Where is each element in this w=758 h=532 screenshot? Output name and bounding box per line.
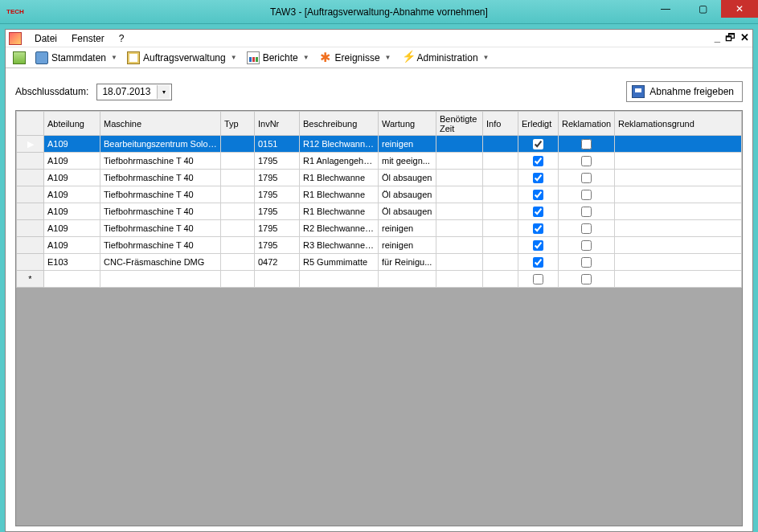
cell-reklamationsgrund[interactable] (615, 203, 742, 220)
cell-beschreibung[interactable]: R12 Blechwanne... (300, 136, 379, 153)
toolbar-ereignisse[interactable]: Ereignisse ▼ (315, 49, 395, 67)
cell-reklamation[interactable] (559, 170, 615, 186)
cell-invnr[interactable]: 1795 (255, 203, 300, 220)
cell-benoetigte-zeit[interactable] (436, 220, 483, 237)
cell-wartung[interactable]: reinigen (379, 237, 436, 254)
cell-abteilung[interactable]: A109 (44, 237, 100, 254)
menu-window[interactable]: Fenster (65, 31, 111, 46)
toolbar-stammdaten[interactable]: Stammdaten ▼ (31, 49, 121, 67)
cell-typ[interactable] (221, 136, 255, 153)
cell-typ[interactable] (221, 170, 255, 186)
col-benoetigte-zeit[interactable]: Benötigte Zeit (436, 112, 483, 136)
cell-info[interactable] (483, 170, 518, 186)
cell-maschine[interactable]: Bearbeitungszentrum Solon 4 (100, 136, 221, 153)
cell-benoetigte-zeit[interactable] (436, 203, 483, 220)
cell-benoetigte-zeit[interactable] (436, 153, 483, 170)
cell-benoetigte-zeit[interactable] (436, 254, 483, 271)
col-erledigt[interactable]: Erledigt (518, 112, 559, 136)
erledigt-checkbox[interactable] (533, 173, 543, 183)
cell-abteilung[interactable]: A109 (44, 153, 100, 170)
reklamation-checkbox[interactable] (581, 139, 592, 149)
erledigt-checkbox[interactable] (533, 240, 543, 251)
cell-info[interactable] (483, 203, 518, 220)
erledigt-checkbox[interactable] (533, 139, 543, 149)
cell-wartung[interactable]: reinigen (379, 220, 436, 237)
table-row[interactable]: E103CNC-Fräsmaschine DMG0472R5 Gummimatt… (17, 254, 742, 271)
cell-maschine[interactable]: Tiefbohrmaschine T 40 (100, 203, 221, 220)
cell-beschreibung[interactable]: R1 Blechwanne (300, 170, 379, 186)
cell-invnr[interactable]: 1795 (255, 220, 300, 237)
col-invnr[interactable]: InvNr (255, 112, 300, 136)
cell-typ[interactable] (221, 153, 255, 170)
cell-abteilung[interactable]: E103 (44, 254, 100, 271)
erledigt-checkbox[interactable] (533, 190, 543, 200)
cell-benoetigte-zeit[interactable] (436, 237, 483, 254)
cell-beschreibung[interactable]: R5 Gummimatte (300, 254, 379, 271)
reklamation-checkbox[interactable] (581, 207, 592, 217)
cell-maschine[interactable]: Tiefbohrmaschine T 40 (100, 186, 221, 203)
cell-beschreibung[interactable]: R1 Anlagengehä... (300, 153, 379, 170)
data-grid[interactable]: Abteilung Maschine Typ InvNr Beschreibun… (15, 110, 743, 526)
cell-typ[interactable] (221, 220, 255, 237)
col-reklamation[interactable]: Reklamation (559, 112, 615, 136)
cell-invnr[interactable]: 1795 (255, 186, 300, 203)
cell-info[interactable] (483, 237, 518, 254)
cell-invnr[interactable]: 1795 (255, 237, 300, 254)
reklamation-checkbox[interactable] (581, 223, 592, 234)
cell-typ[interactable] (221, 237, 255, 254)
toolbar-auftragsverwaltung[interactable]: Auftragsverwaltung ▼ (123, 49, 241, 67)
cell-reklamation[interactable] (559, 153, 615, 170)
col-typ[interactable]: Typ (221, 112, 255, 136)
erledigt-checkbox[interactable] (533, 223, 543, 234)
cell-maschine[interactable]: Tiefbohrmaschine T 40 (100, 237, 221, 254)
reklamation-checkbox[interactable] (581, 173, 592, 183)
erledigt-checkbox[interactable] (533, 274, 543, 284)
cell-reklamation[interactable] (559, 254, 615, 271)
cell-reklamationsgrund[interactable] (615, 254, 742, 271)
cell-erledigt[interactable] (518, 237, 559, 254)
cell-benoetigte-zeit[interactable] (436, 136, 483, 153)
cell-reklamationsgrund[interactable] (615, 136, 742, 153)
cell-reklamationsgrund[interactable] (615, 186, 742, 203)
cell-invnr[interactable]: 0151 (255, 136, 300, 153)
cell-reklamation[interactable] (559, 136, 615, 153)
cell-beschreibung[interactable]: R3 Blechwanne ... (300, 237, 379, 254)
cell-wartung[interactable]: Öl absaugen (379, 186, 436, 203)
cell-invnr[interactable]: 1795 (255, 170, 300, 186)
cell-maschine[interactable]: Tiefbohrmaschine T 40 (100, 170, 221, 186)
toolbar-buildings-button[interactable] (9, 49, 30, 67)
close-button[interactable]: ✕ (721, 0, 758, 18)
reklamation-checkbox[interactable] (581, 156, 592, 166)
col-wartung[interactable]: Wartung (379, 112, 436, 136)
erledigt-checkbox[interactable] (533, 156, 543, 166)
table-row[interactable]: A109Tiefbohrmaschine T 401795R2 Blechwan… (17, 220, 742, 237)
cell-reklamation[interactable] (559, 186, 615, 203)
abnahme-freigeben-button[interactable]: Abnahme freigeben (626, 81, 743, 102)
cell-erledigt[interactable] (518, 136, 559, 153)
erledigt-checkbox[interactable] (533, 257, 543, 268)
cell-wartung[interactable]: Öl absaugen (379, 203, 436, 220)
cell-erledigt[interactable] (518, 153, 559, 170)
cell-info[interactable] (483, 136, 518, 153)
erledigt-checkbox[interactable] (533, 207, 543, 217)
cell-invnr[interactable]: 1795 (255, 153, 300, 170)
maximize-button[interactable]: ▢ (684, 0, 721, 18)
table-row[interactable]: A109Tiefbohrmaschine T 401795R3 Blechwan… (17, 237, 742, 254)
cell-wartung[interactable]: für Reinigu... (379, 254, 436, 271)
cell-abteilung[interactable]: A109 (44, 220, 100, 237)
cell-beschreibung[interactable]: R1 Blechwanne (300, 203, 379, 220)
col-abteilung[interactable]: Abteilung (44, 112, 100, 136)
cell-maschine[interactable]: Tiefbohrmaschine T 40 (100, 220, 221, 237)
cell-maschine[interactable]: CNC-Fräsmaschine DMG (100, 254, 221, 271)
reklamation-checkbox[interactable] (581, 190, 592, 200)
cell-wartung[interactable]: Öl absaugen (379, 170, 436, 186)
cell-erledigt[interactable] (518, 220, 559, 237)
reklamation-checkbox[interactable] (581, 257, 592, 268)
abschlussdatum-select[interactable]: 18.07.2013 ▾ (96, 84, 172, 100)
cell-wartung[interactable]: mit geeign... (379, 153, 436, 170)
menu-file[interactable]: Datei (28, 31, 64, 46)
cell-reklamationsgrund[interactable] (615, 237, 742, 254)
mdi-close-button[interactable]: ✕ (740, 31, 749, 43)
cell-reklamationsgrund[interactable] (615, 220, 742, 237)
cell-abteilung[interactable]: A109 (44, 203, 100, 220)
